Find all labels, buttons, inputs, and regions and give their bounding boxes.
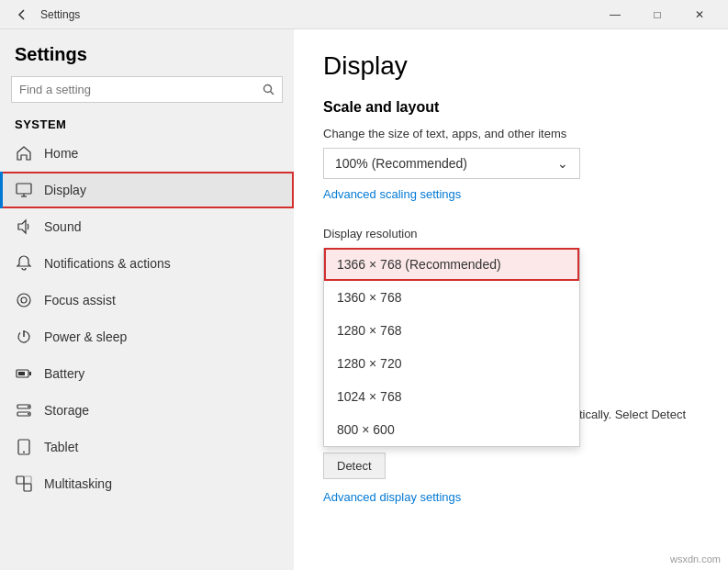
svg-point-14: [28, 406, 29, 408]
notifications-icon: [15, 254, 33, 273]
titlebar-controls: — □ ✕: [594, 0, 721, 29]
advanced-display-link[interactable]: Advanced display settings: [323, 490, 461, 504]
sidebar-item-battery[interactable]: Battery: [0, 355, 294, 392]
sidebar-label-tablet: Tablet: [44, 440, 78, 454]
sidebar-item-sound[interactable]: Sound: [0, 208, 294, 245]
resolution-section: Display resolution 1366 × 768 (Recommend…: [323, 227, 699, 240]
focus-icon: [15, 291, 33, 309]
home-icon: [15, 144, 33, 162]
maximize-button[interactable]: □: [636, 0, 678, 29]
sidebar-item-notifications[interactable]: Notifications & actions: [0, 245, 294, 282]
page-title: Display: [323, 51, 699, 81]
sidebar-label-battery: Battery: [44, 366, 84, 381]
scale-dropdown-wrapper: 100% (Recommended) ⌄: [323, 148, 699, 179]
sidebar-label-display: Display: [44, 183, 86, 197]
sidebar-label-power: Power & sleep: [44, 330, 127, 344]
tablet-icon: [15, 438, 33, 456]
svg-rect-20: [24, 476, 31, 484]
sidebar-label-notifications: Notifications & actions: [44, 256, 171, 271]
sidebar-item-focus[interactable]: Focus assist: [0, 282, 294, 319]
resolution-option-0[interactable]: 1366 × 768 (Recommended): [324, 248, 579, 281]
svg-rect-11: [18, 372, 25, 375]
search-icon: [255, 84, 282, 95]
svg-rect-19: [24, 484, 31, 491]
search-input[interactable]: [12, 77, 255, 102]
sidebar-item-home[interactable]: Home: [0, 135, 294, 172]
detect-button[interactable]: Detect: [323, 453, 386, 479]
multitasking-icon: [15, 475, 33, 493]
sidebar-label-home: Home: [44, 146, 78, 161]
minimize-button[interactable]: —: [594, 0, 636, 29]
titlebar-title: Settings: [37, 8, 594, 21]
resolution-option-5[interactable]: 800 × 600: [324, 413, 579, 446]
svg-point-7: [21, 297, 27, 303]
sidebar-item-power[interactable]: Power & sleep: [0, 319, 294, 355]
svg-point-0: [264, 85, 272, 93]
sidebar-label-sound: Sound: [44, 219, 81, 234]
svg-marker-5: [18, 220, 26, 233]
sidebar-section-label: System: [0, 114, 294, 135]
storage-icon: [15, 401, 33, 419]
svg-line-1: [271, 92, 274, 95]
svg-point-6: [17, 294, 30, 307]
sidebar-item-tablet[interactable]: Tablet: [0, 429, 294, 465]
resolution-dropdown-list: 1366 × 768 (Recommended) 1360 × 768 1280…: [323, 248, 580, 447]
scale-dropdown[interactable]: 100% (Recommended) ⌄: [323, 148, 580, 179]
content-area: Display Scale and layout Change the size…: [294, 29, 728, 570]
svg-rect-2: [17, 184, 31, 194]
battery-icon: [15, 364, 33, 383]
display-icon: [15, 181, 33, 199]
resolution-option-2[interactable]: 1280 × 768: [324, 314, 579, 347]
sidebar-item-storage[interactable]: Storage: [0, 392, 294, 429]
resolution-option-1[interactable]: 1360 × 768: [324, 281, 579, 314]
resolution-option-4[interactable]: 1024 × 768: [324, 380, 579, 413]
main-layout: Settings System Home Display: [0, 29, 728, 570]
sidebar-label-storage: Storage: [44, 403, 89, 418]
scale-dropdown-value: 100% (Recommended): [335, 156, 467, 171]
back-button[interactable]: [7, 0, 37, 29]
watermark: wsxdn.com: [670, 553, 721, 564]
svg-rect-18: [17, 476, 24, 484]
close-button[interactable]: ✕: [678, 0, 721, 29]
scale-label: Change the size of text, apps, and other…: [323, 127, 699, 140]
svg-point-17: [23, 452, 25, 453]
svg-point-15: [28, 413, 29, 415]
search-box[interactable]: [11, 76, 283, 103]
sound-icon: [15, 218, 33, 236]
resolution-option-3[interactable]: 1280 × 720: [324, 347, 579, 380]
sidebar-label-multitasking: Multitasking: [44, 476, 112, 491]
sidebar-item-multitasking[interactable]: Multitasking: [0, 465, 294, 502]
sidebar-label-focus: Focus assist: [44, 293, 116, 307]
scale-section-title: Scale and layout: [323, 99, 699, 116]
power-icon: [15, 328, 33, 346]
resolution-label: Display resolution: [323, 227, 699, 240]
chevron-down-icon: ⌄: [557, 156, 568, 171]
sidebar-title: Settings: [0, 29, 294, 73]
sidebar: Settings System Home Display: [0, 29, 294, 570]
sidebar-item-display[interactable]: Display: [0, 172, 294, 208]
titlebar: Settings — □ ✕: [0, 0, 728, 29]
advanced-scaling-link[interactable]: Advanced scaling settings: [323, 187, 461, 201]
